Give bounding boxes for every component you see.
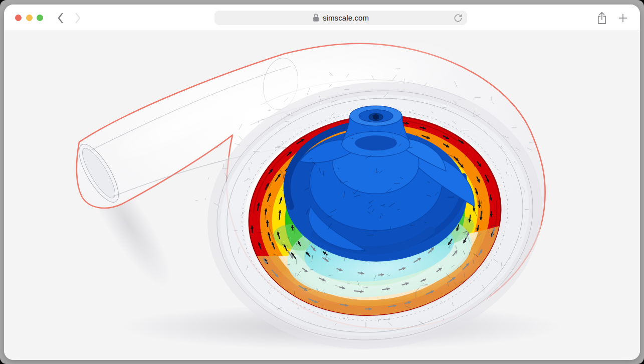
reload-icon xyxy=(454,14,463,23)
close-button[interactable] xyxy=(15,15,22,21)
web-page-content xyxy=(4,31,640,360)
desktop-background: simscale.com xyxy=(0,0,644,364)
address-bar[interactable]: simscale.com xyxy=(214,11,467,25)
plus-icon xyxy=(618,13,628,23)
forward-button[interactable] xyxy=(71,11,84,25)
browser-toolbar: simscale.com xyxy=(4,5,640,31)
share-icon xyxy=(596,11,607,25)
padlock-icon xyxy=(313,14,319,22)
impeller-hub xyxy=(350,106,402,126)
chevron-right-icon xyxy=(74,12,82,24)
browser-window: simscale.com xyxy=(4,5,640,360)
url-text: simscale.com xyxy=(323,14,369,22)
minimize-button[interactable] xyxy=(26,15,33,21)
share-button[interactable] xyxy=(595,11,609,26)
back-button[interactable] xyxy=(54,11,67,25)
window-controls xyxy=(15,5,43,31)
maximize-button[interactable] xyxy=(37,15,43,21)
new-tab-button[interactable] xyxy=(616,11,630,26)
reload-button[interactable] xyxy=(453,13,464,24)
cfd-simulation-illustration xyxy=(4,31,640,360)
chevron-left-icon xyxy=(57,12,65,24)
